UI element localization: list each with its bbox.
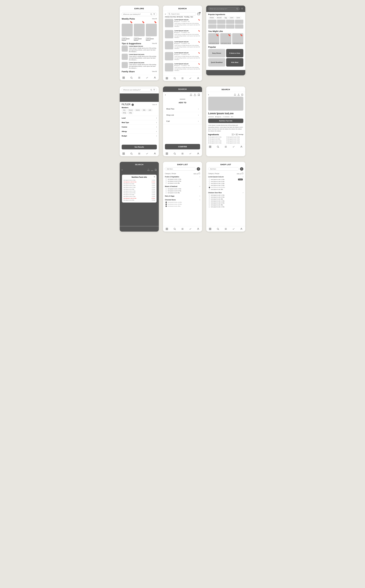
rec-tab-2[interactable]: Recipe (215, 173, 219, 174)
nav-search-sr[interactable] (216, 227, 219, 231)
result-bookmark-4[interactable]: 🔖 (198, 52, 200, 54)
add-item-input[interactable] (165, 167, 196, 171)
nav-grid-sr[interactable] (209, 227, 212, 231)
might-bookmark-2[interactable]: 🔖 (228, 34, 231, 36)
bookmark-3[interactable]: 🔖 (154, 21, 157, 23)
servings-minus[interactable]: - (232, 133, 234, 136)
recipe-card-1[interactable]: 🔖 ★★★★★ Lorem Ipsum issLore (122, 21, 133, 41)
checked-check-1[interactable] (165, 202, 167, 203)
nav-search-s[interactable] (173, 77, 176, 80)
nav-person-a[interactable] (197, 152, 200, 155)
cat-tab-2[interactable]: Category (208, 173, 214, 174)
result-4[interactable]: 🔖 Lorem Ipsum issLore ■ Beginner ⏱ 1hr45… (165, 52, 200, 62)
r2-check-6[interactable] (209, 204, 210, 206)
nutrition-close-btn[interactable]: ✕ (154, 176, 155, 178)
nav-person-sc[interactable] (197, 227, 200, 231)
dark-search-input-wrap[interactable] (208, 7, 240, 11)
member-emily[interactable]: Emily (122, 112, 127, 114)
might-card-3[interactable]: 🔖 Lorem ipsum issLore (232, 33, 243, 44)
nav-grid-a[interactable] (165, 152, 168, 155)
result-5[interactable]: 🔖 Lorem Ipsum issLore ■ Beginner ⏱ 1hr45… (165, 63, 200, 73)
meat-check-2[interactable] (165, 190, 167, 192)
nav-list-a[interactable] (181, 152, 184, 155)
nav-list-r[interactable] (224, 145, 227, 148)
r2-check-1[interactable] (209, 195, 210, 196)
nutrition-btn[interactable]: Nutrition Fact Info (208, 119, 243, 123)
nav-person-f[interactable] (153, 152, 156, 155)
dark-filter-icon[interactable] (241, 7, 243, 10)
nav-check-r[interactable] (232, 145, 235, 148)
tag-broccoli[interactable]: Broccoli (216, 17, 223, 19)
nav-person-s[interactable] (197, 77, 200, 80)
add-to-bookmark-icon[interactable] (197, 94, 200, 96)
r2-check-3[interactable] (209, 198, 210, 200)
r2-check-4[interactable] (209, 200, 210, 202)
nav-check[interactable] (146, 76, 149, 79)
nav-grid-r[interactable] (209, 145, 212, 148)
nav-person-n[interactable] (153, 227, 156, 231)
filter-filter-icon[interactable] (153, 89, 155, 91)
nutrition-upload-icon[interactable] (151, 169, 153, 171)
dairy-row[interactable]: Dairy & Eggs › (165, 195, 200, 197)
result-2[interactable]: 🔖 Lorem Ipsum issLore ■ Beginner ⏱ 1hr45… (165, 30, 200, 40)
search-input-wrap[interactable] (167, 12, 196, 16)
member-dannie[interactable]: Dannie (134, 109, 141, 111)
meat-check-3[interactable] (165, 192, 167, 194)
nutrition-bookmark-icon[interactable] (154, 169, 157, 171)
nav-search-a[interactable] (173, 152, 176, 155)
tip-1[interactable]: Lorem Ipsum issLore Lorem ipsum is simpl… (122, 45, 157, 53)
might-card-2[interactable]: 🔖 Lorem ipsum issLore (220, 33, 231, 44)
nav-person-d[interactable] (240, 71, 243, 74)
nav-search-r[interactable] (216, 145, 219, 148)
tip-3[interactable]: Lorem ipsum issLorem Lorem ipsum is simp… (122, 62, 157, 69)
category-tab[interactable]: Category (165, 173, 171, 174)
edit-list-btn-2[interactable]: Edit List (237, 173, 243, 175)
r1-check-1[interactable] (209, 179, 210, 180)
add-item-btn-2[interactable]: + (240, 167, 243, 171)
checked-row[interactable]: Checked Items › (165, 199, 200, 201)
filter-budget[interactable]: Budget › (120, 133, 159, 138)
explore-search-input[interactable] (123, 13, 149, 15)
meats-row[interactable]: Meats & Seafood › (165, 185, 200, 187)
r1-check-3[interactable] (209, 183, 210, 184)
bookmark-1[interactable]: 🔖 (130, 21, 133, 23)
filter-meal-type[interactable]: Meal Type › (120, 120, 159, 125)
might-bookmark-3[interactable]: 🔖 (240, 34, 243, 36)
checked-check-2[interactable] (165, 203, 167, 205)
add-item-input-2[interactable] (208, 167, 239, 171)
r1-swipe-1[interactable]: Swipe (238, 179, 243, 180)
pop-quick-breakfast[interactable]: Quick Breakfast (208, 58, 225, 67)
nav-person-r[interactable] (240, 145, 243, 148)
filter-allergy[interactable]: Allergy › (120, 129, 159, 133)
nav-check-sc[interactable] (189, 227, 192, 231)
fv-check-3[interactable] (165, 182, 167, 184)
nav-list-s[interactable] (181, 77, 184, 80)
nav-list-sr[interactable] (224, 227, 227, 231)
weekly-picks-view-all[interactable]: View All (152, 18, 157, 20)
nav-grid-d[interactable] (209, 71, 212, 74)
recipe-1-row[interactable]: Lorem Ipsum issLore › (208, 176, 243, 178)
dark-search-bar[interactable] (208, 7, 243, 11)
nav-check-s[interactable] (189, 77, 192, 80)
nav-list-d[interactable] (224, 71, 227, 74)
recipe-share-icon[interactable] (234, 94, 236, 96)
result-1[interactable]: 🔖 Lorem Ipsum issLore ■ Beginner ⏱ 1hr45… (165, 19, 200, 28)
fv-check-1[interactable] (165, 179, 167, 180)
nav-search-n[interactable] (130, 227, 133, 231)
might-bookmark-1[interactable]: 🔖 (216, 34, 219, 36)
tip-2[interactable]: Lorem Ipsum issLorem Lorem ipsum is simp… (122, 54, 157, 61)
member-josh[interactable]: Josh (147, 109, 152, 111)
result-bookmark-1[interactable]: 🔖 (198, 19, 200, 21)
nav-check-n[interactable] (146, 227, 149, 231)
might-card-1[interactable]: 🔖 Lorem ipsum issLore (208, 33, 219, 44)
clear-all-btn[interactable]: Clear All (152, 104, 157, 105)
nav-check-d[interactable] (232, 71, 235, 74)
result-bookmark-5[interactable]: 🔖 (198, 63, 200, 65)
pop-5-items[interactable]: 5 items or less (226, 49, 243, 57)
result-bookmark-3[interactable]: 🔖 (198, 41, 200, 43)
r2-check-5[interactable] (209, 202, 210, 204)
r2-check-2[interactable] (209, 196, 210, 198)
member-kelly[interactable]: Kelly (128, 112, 133, 114)
confirm-btn[interactable]: COMFIRM (165, 144, 200, 149)
r1-check-6[interactable] (209, 189, 210, 190)
